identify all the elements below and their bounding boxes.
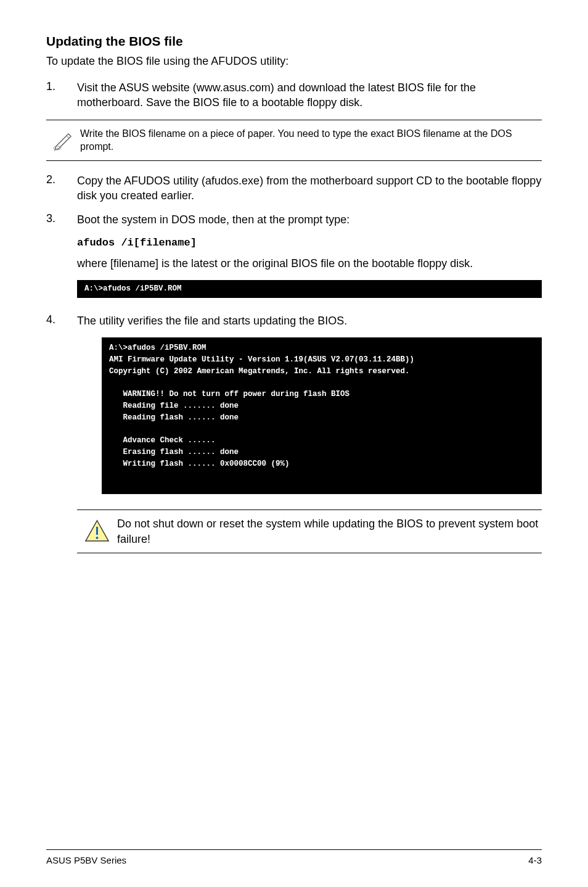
warning-text: Do not shut down or reset the system whi… xyxy=(117,516,542,547)
step-4: 4. The utility verifies the file and sta… xyxy=(46,313,542,328)
note-box: Write the BIOS filename on a piece of pa… xyxy=(46,120,542,161)
section-heading: Updating the BIOS file xyxy=(46,34,542,49)
step-number: 1. xyxy=(46,80,77,110)
explain-text: where [filename] is the latest or the or… xyxy=(77,256,542,271)
step-content: The utility verifies the file and starts… xyxy=(77,313,542,328)
step-number: 3. xyxy=(46,212,77,227)
note-text: Write the BIOS filename on a piece of pa… xyxy=(80,124,542,157)
page-footer: ASUS P5BV Series 4-3 xyxy=(46,849,542,865)
code-text: afudos /i[filename] xyxy=(77,237,542,249)
footer-right: 4-3 xyxy=(528,855,542,865)
step-2: 2. Copy the AFUDOS utility (afudos.exe) … xyxy=(46,173,542,204)
step-content: Copy the AFUDOS utility (afudos.exe) fro… xyxy=(77,173,542,204)
step-content: Boot the system in DOS mode, then at the… xyxy=(77,212,542,227)
step-number: 4. xyxy=(46,313,77,328)
code-block: afudos /i[filename] where [filename] is … xyxy=(77,237,542,271)
footer-left: ASUS P5BV Series xyxy=(46,855,126,865)
step-1: 1. Visit the ASUS website (www.asus.com)… xyxy=(46,80,542,110)
step-number: 2. xyxy=(46,173,77,204)
warning-triangle-icon xyxy=(77,518,117,545)
step-3: 3. Boot the system in DOS mode, then at … xyxy=(46,212,542,227)
terminal-output-2: A:\>afudos /iP5BV.ROM AMI Firmware Updat… xyxy=(102,337,542,494)
terminal-output-1: A:\>afudos /iP5BV.ROM xyxy=(77,280,542,298)
pencil-icon xyxy=(46,124,80,151)
svg-point-2 xyxy=(96,537,99,539)
intro-text: To update the BIOS file using the AFUDOS… xyxy=(46,55,542,68)
warning-box: Do not shut down or reset the system whi… xyxy=(77,510,542,553)
step-content: Visit the ASUS website (www.asus.com) an… xyxy=(77,80,542,110)
